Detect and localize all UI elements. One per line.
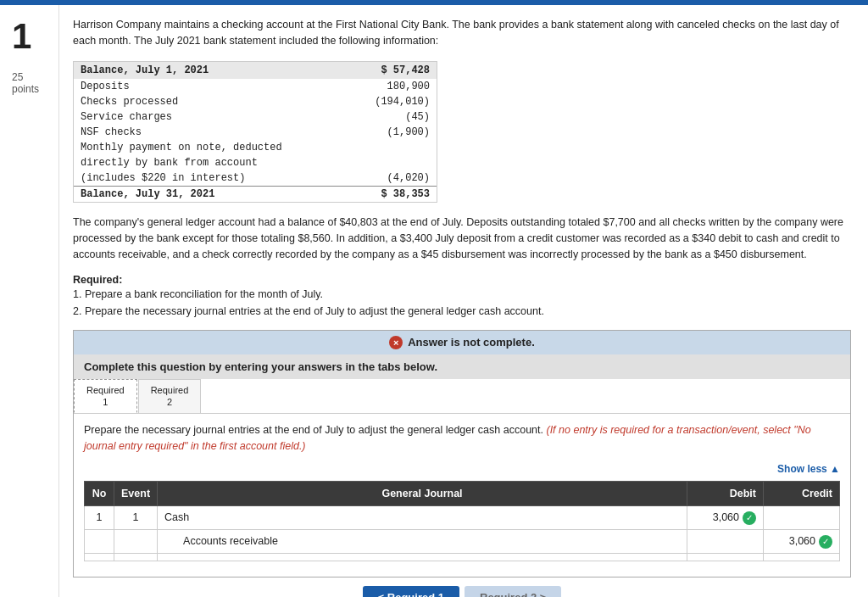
main-content: Harrison Company maintains a checking ac… bbox=[59, 5, 868, 597]
tab-required-2[interactable]: Required2 bbox=[138, 379, 202, 414]
answer-header: × Answer is not complete. bbox=[74, 331, 850, 354]
credit-value: 3,060 bbox=[789, 533, 815, 550]
required-label: Required: bbox=[73, 274, 851, 286]
nav-btn-required-1[interactable]: < Required 1 bbox=[363, 586, 459, 597]
required-item: 2. Prepare the necessary journal entries… bbox=[73, 303, 851, 320]
col-header-credit: Credit bbox=[764, 481, 840, 506]
row-account[interactable] bbox=[158, 553, 687, 561]
row-debit[interactable]: 3,060✓ bbox=[687, 506, 764, 530]
row-no: 1 bbox=[85, 506, 114, 530]
row-no bbox=[85, 530, 114, 554]
bank-statement: Balance, July 1, 2021 $ 57,428 Deposits … bbox=[73, 61, 437, 203]
row-event: 1 bbox=[114, 506, 158, 530]
question-number: 1 bbox=[12, 19, 50, 54]
col-header-gj: General Journal bbox=[158, 481, 687, 506]
row-account[interactable]: Accounts receivable bbox=[158, 530, 687, 554]
row-debit[interactable] bbox=[687, 530, 764, 554]
tab-required-1[interactable]: Required1 bbox=[74, 379, 137, 414]
answer-box: × Answer is not complete. Complete this … bbox=[73, 330, 851, 577]
row-event bbox=[114, 530, 158, 554]
row-credit[interactable]: 3,060✓ bbox=[764, 530, 840, 554]
table-row: Accounts receivable 3,060✓ bbox=[85, 530, 840, 554]
col-header-no: No bbox=[85, 481, 114, 506]
col-header-debit: Debit bbox=[687, 481, 764, 506]
not-complete-text: Answer is not complete. bbox=[408, 336, 535, 349]
show-less[interactable]: Show less ▲ bbox=[84, 461, 840, 477]
row-account[interactable]: Cash bbox=[158, 506, 687, 530]
tabs-row: Required1 Required2 bbox=[74, 379, 850, 415]
left-panel: 1 25 points bbox=[0, 5, 59, 597]
question-text: Harrison Company maintains a checking ac… bbox=[73, 17, 851, 49]
required-item: 1. Prepare a bank reconciliation for the… bbox=[73, 286, 851, 303]
table-row: 1 1 Cash 3,060✓ bbox=[85, 506, 840, 530]
answer-subheader: Complete this question by entering your … bbox=[74, 354, 850, 379]
row-credit[interactable] bbox=[764, 553, 840, 561]
journal-table: No Event General Journal Debit Credit 1 … bbox=[84, 481, 840, 561]
nav-btn-required-2[interactable]: Required 2 > bbox=[465, 586, 561, 597]
general-text: The company's general ledger account had… bbox=[73, 215, 851, 264]
table-row bbox=[85, 553, 840, 561]
debit-check-icon: ✓ bbox=[743, 511, 756, 525]
tab-instruction: Prepare the necessary journal entries at… bbox=[84, 422, 840, 455]
row-event bbox=[114, 553, 158, 561]
tab-instruction-main: Prepare the necessary journal entries at… bbox=[84, 424, 543, 436]
row-debit[interactable] bbox=[687, 553, 764, 561]
tab-content-area: Prepare the necessary journal entries at… bbox=[74, 414, 850, 577]
points-value: points bbox=[12, 83, 50, 95]
col-header-event: Event bbox=[114, 481, 158, 506]
points-label: 25 bbox=[12, 71, 50, 83]
row-credit[interactable] bbox=[764, 506, 840, 530]
nav-buttons: < Required 1 Required 2 > bbox=[73, 586, 851, 597]
error-icon: × bbox=[389, 336, 403, 349]
debit-value: 3,060 bbox=[713, 510, 739, 526]
credit-check-icon: ✓ bbox=[819, 535, 832, 549]
row-no bbox=[85, 553, 114, 561]
required-section: Required: 1. Prepare a bank reconciliati… bbox=[73, 274, 851, 320]
